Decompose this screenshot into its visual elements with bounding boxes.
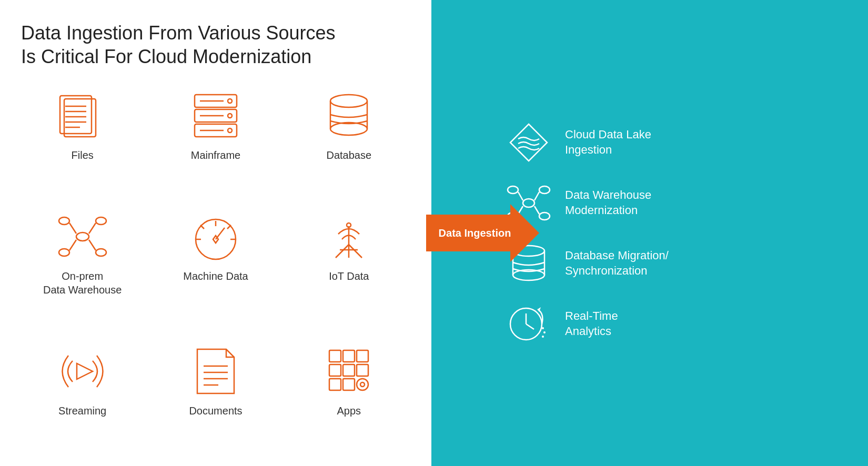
mainframe-icon bbox=[187, 89, 245, 142]
streaming-icon bbox=[54, 345, 112, 398]
streaming-item: Streaming bbox=[21, 345, 144, 450]
machinedata-item: Machine Data bbox=[154, 210, 277, 329]
svg-point-20 bbox=[76, 232, 89, 241]
svg-line-73 bbox=[526, 324, 534, 329]
cloud-lake-label: Cloud Data LakeIngestion bbox=[565, 127, 651, 157]
svg-rect-53 bbox=[329, 379, 341, 390]
svg-point-23 bbox=[59, 249, 69, 256]
svg-line-25 bbox=[69, 223, 76, 234]
svg-rect-49 bbox=[357, 350, 368, 362]
database-item: Database bbox=[288, 89, 410, 195]
left-panel: Data Ingestion From Various SourcesIs Cr… bbox=[0, 0, 431, 466]
svg-point-12 bbox=[228, 128, 232, 133]
svg-point-11 bbox=[228, 114, 232, 118]
apps-label: Apps bbox=[337, 404, 361, 418]
page-title: Data Ingestion From Various SourcesIs Cr… bbox=[21, 21, 410, 68]
svg-point-60 bbox=[539, 186, 550, 194]
svg-rect-50 bbox=[329, 364, 341, 376]
icon-grid: Files Mainframe bbox=[21, 89, 410, 450]
cloud-lake-icon bbox=[505, 121, 552, 164]
svg-point-16 bbox=[330, 95, 367, 107]
svg-point-41 bbox=[347, 223, 351, 227]
apps-icon bbox=[320, 345, 378, 398]
svg-rect-51 bbox=[343, 364, 355, 376]
iotdata-label: IoT Data bbox=[329, 269, 369, 283]
mainframe-item: Mainframe bbox=[154, 89, 277, 195]
svg-point-77 bbox=[542, 336, 544, 338]
database-label: Database bbox=[327, 148, 372, 162]
apps-item: Apps bbox=[288, 345, 410, 450]
svg-line-31 bbox=[200, 225, 204, 229]
svg-line-33 bbox=[227, 225, 231, 229]
realtime-label: Real-TimeAnalytics bbox=[565, 309, 618, 339]
db-migration-label: Database Migration/Synchronization bbox=[565, 248, 669, 278]
svg-point-76 bbox=[543, 331, 546, 333]
iotdata-item: IoT Data bbox=[288, 210, 410, 329]
svg-rect-48 bbox=[343, 350, 355, 362]
iotdata-icon bbox=[320, 210, 378, 263]
onprem-label: On-premData Warehouse bbox=[43, 269, 122, 297]
svg-point-59 bbox=[508, 186, 518, 194]
svg-marker-57 bbox=[510, 124, 547, 161]
realtime-item: Real-TimeAnalytics bbox=[505, 303, 669, 345]
realtime-icon bbox=[505, 303, 552, 345]
onprem-icon bbox=[54, 210, 112, 263]
svg-point-19 bbox=[330, 123, 367, 135]
onprem-item: On-premData Warehouse bbox=[21, 210, 144, 329]
documents-icon bbox=[187, 345, 245, 398]
svg-rect-54 bbox=[343, 379, 355, 390]
svg-point-10 bbox=[228, 99, 232, 103]
svg-point-75 bbox=[542, 327, 544, 329]
svg-rect-47 bbox=[329, 350, 341, 362]
files-item: Files bbox=[21, 89, 144, 195]
database-icon bbox=[320, 89, 378, 142]
streaming-label: Streaming bbox=[58, 404, 106, 418]
machinedata-icon bbox=[187, 210, 245, 263]
mainframe-label: Mainframe bbox=[191, 148, 240, 162]
svg-line-38 bbox=[336, 245, 349, 258]
svg-line-64 bbox=[534, 192, 539, 200]
files-label: Files bbox=[72, 148, 94, 162]
svg-point-24 bbox=[96, 249, 106, 256]
svg-point-55 bbox=[357, 379, 368, 390]
documents-label: Documents bbox=[189, 404, 242, 418]
svg-line-26 bbox=[89, 223, 96, 234]
cloud-lake-item: Cloud Data LakeIngestion bbox=[505, 121, 669, 164]
svg-line-63 bbox=[518, 192, 523, 200]
svg-marker-42 bbox=[77, 363, 93, 379]
arrow-label: Data Ingestion bbox=[426, 227, 523, 239]
warehouse-label: Data WarehouseModernization bbox=[565, 188, 651, 218]
svg-point-21 bbox=[59, 217, 69, 225]
svg-line-39 bbox=[349, 245, 362, 258]
svg-point-56 bbox=[360, 382, 365, 387]
files-icon bbox=[54, 89, 112, 142]
svg-line-28 bbox=[89, 240, 96, 250]
svg-point-22 bbox=[96, 217, 106, 225]
documents-item: Documents bbox=[154, 345, 277, 450]
svg-rect-52 bbox=[357, 364, 368, 376]
data-ingestion-arrow: Data Ingestion bbox=[426, 204, 539, 262]
svg-line-27 bbox=[69, 240, 76, 250]
svg-point-62 bbox=[539, 212, 550, 220]
machinedata-label: Machine Data bbox=[183, 269, 248, 283]
